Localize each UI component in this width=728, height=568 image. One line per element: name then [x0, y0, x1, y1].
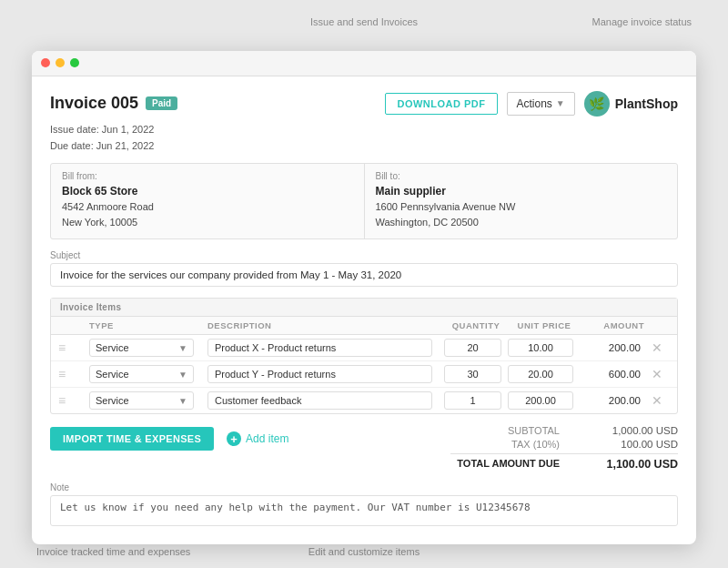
table-row: ≡ Service ▼ 200.00 ✕ [51, 388, 677, 413]
subtotal-value: 1,000.00 USD [596, 425, 678, 436]
type-select-3[interactable]: Service ▼ [89, 391, 194, 410]
invoice-number: Invoice 005 [50, 94, 138, 113]
qty-input-3[interactable] [444, 391, 501, 410]
table-row: ≡ Service ▼ 200.00 ✕ [51, 335, 677, 361]
remove-item-2[interactable]: ✕ [644, 367, 670, 381]
logo-icon: 🌿 [584, 91, 610, 117]
tax-label: TAX (10%) [450, 439, 560, 450]
chevron-down-icon: ▼ [178, 396, 187, 406]
qty-input-1[interactable] [444, 339, 501, 357]
items-section-label: Invoice Items [51, 299, 677, 317]
annotation-top-right: Manage invoice status [592, 16, 692, 27]
bill-from-address: 4542 Anmoore Road [62, 199, 353, 215]
col-qty: QUANTITY [444, 320, 508, 330]
qty-input-2[interactable] [444, 365, 501, 383]
invoice-items-section: Invoice Items TYPE DESCRIPTION QUANTITY … [50, 298, 678, 414]
remove-item-1[interactable]: ✕ [644, 340, 670, 355]
titlebar [32, 51, 696, 76]
main-content: Invoice 005 Paid DOWNLOAD PDF Actions ▼ … [32, 76, 696, 544]
subtotal-row: SUBTOTAL 1,000.00 USD [450, 425, 678, 436]
traffic-lights [41, 58, 79, 67]
total-value: 1,100.00 USD [596, 458, 678, 471]
chevron-down-icon: ▼ [178, 343, 187, 353]
maximize-button[interactable] [70, 58, 79, 67]
bill-to-name: Main supplier [376, 185, 667, 198]
bill-section: Bill from: Block 65 Store 4542 Anmoore R… [50, 163, 678, 239]
annotation-bottom-right: Edit and customize items [308, 546, 420, 557]
amount-3: 200.00 [581, 395, 644, 406]
note-label: Note [50, 482, 678, 492]
type-select-1[interactable]: Service ▼ [89, 339, 194, 357]
company-logo: 🌿 PlantShop [584, 91, 678, 117]
desc-input-1[interactable] [207, 339, 432, 357]
bill-to-city: Washington, DC 20500 [376, 215, 667, 230]
price-input-2[interactable] [508, 365, 573, 383]
add-item-icon: + [227, 431, 241, 446]
subject-label: Subject [50, 250, 678, 260]
minimize-button[interactable] [56, 58, 65, 67]
bill-from: Bill from: Block 65 Store 4542 Anmoore R… [51, 164, 365, 238]
drag-handle-icon[interactable]: ≡ [58, 367, 89, 381]
type-value-1: Service [96, 342, 129, 353]
bill-to-address: 1600 Pennsylvania Avenue NW [376, 199, 667, 215]
note-section: Note [50, 482, 678, 530]
note-input[interactable] [50, 495, 678, 526]
subtotal-label: SUBTOTAL [450, 425, 560, 436]
header-actions: DOWNLOAD PDF Actions ▼ 🌿 PlantShop [385, 91, 678, 117]
bottom-row: IMPORT TIME & EXPENSES + Add item SUBTOT… [50, 425, 678, 473]
total-label: TOTAL AMOUNT DUE [450, 458, 560, 471]
col-amount: AMOUNT [581, 320, 644, 330]
bill-from-city: New York, 10005 [62, 215, 353, 230]
tax-row: TAX (10%) 100.00 USD [450, 439, 678, 450]
add-item-button[interactable]: + Add item [219, 425, 296, 452]
annotation-top-center: Issue and send Invoices [310, 16, 418, 27]
drag-handle-icon[interactable]: ≡ [58, 393, 89, 408]
col-remove [644, 320, 670, 330]
table-row: ≡ Service ▼ 600.00 ✕ [51, 361, 677, 388]
bill-to-label: Bill to: [376, 171, 667, 181]
bill-from-label: Bill from: [62, 171, 353, 181]
drag-handle-icon[interactable]: ≡ [58, 340, 89, 355]
invoice-title-group: Invoice 005 Paid [50, 94, 177, 113]
price-input-3[interactable] [508, 391, 573, 410]
subject-input[interactable] [50, 263, 678, 287]
totals-section: SUBTOTAL 1,000.00 USD TAX (10%) 100.00 U… [450, 425, 678, 473]
type-select-2[interactable]: Service ▼ [89, 365, 194, 383]
status-badge: Paid [146, 96, 177, 110]
col-drag [58, 320, 89, 330]
type-value-3: Service [96, 395, 129, 406]
chevron-down-icon: ▼ [178, 370, 187, 380]
desc-input-2[interactable] [207, 365, 432, 383]
bill-from-name: Block 65 Store [62, 185, 353, 198]
col-desc: DESCRIPTION [207, 320, 444, 330]
desc-input-3[interactable] [207, 391, 432, 410]
close-button[interactable] [41, 58, 50, 67]
annotation-bottom-left: Invoice tracked time and expenses [36, 546, 190, 557]
remove-item-3[interactable]: ✕ [644, 393, 670, 408]
amount-1: 200.00 [581, 342, 644, 353]
total-due-row: TOTAL AMOUNT DUE 1,100.00 USD [450, 453, 678, 471]
bottom-left-actions: IMPORT TIME & EXPENSES + Add item [50, 425, 296, 452]
header-row: Invoice 005 Paid DOWNLOAD PDF Actions ▼ … [50, 91, 678, 117]
bill-to: Bill to: Main supplier 1600 Pennsylvania… [365, 164, 678, 238]
import-time-expenses-button[interactable]: IMPORT TIME & EXPENSES [50, 427, 214, 451]
items-col-headers: TYPE DESCRIPTION QUANTITY UNIT PRICE AMO… [51, 317, 677, 335]
add-item-label: Add item [246, 432, 288, 445]
download-pdf-button[interactable]: DOWNLOAD PDF [385, 93, 497, 115]
due-date: Due date: Jun 21, 2022 [50, 138, 678, 155]
company-name: PlantShop [615, 96, 678, 111]
issue-date: Issue date: Jun 1, 2022 [50, 122, 678, 138]
col-type: TYPE [89, 320, 207, 330]
amount-2: 600.00 [581, 369, 644, 380]
col-price: UNIT PRICE [508, 320, 581, 330]
invoice-window: Invoice 005 Paid DOWNLOAD PDF Actions ▼ … [32, 51, 696, 544]
dates-section: Issue date: Jun 1, 2022 Due date: Jun 21… [50, 122, 678, 154]
price-input-1[interactable] [508, 339, 573, 357]
actions-button[interactable]: Actions ▼ [507, 92, 575, 116]
subject-section: Subject [50, 250, 678, 287]
chevron-down-icon: ▼ [556, 98, 565, 108]
type-value-2: Service [96, 369, 129, 380]
tax-value: 100.00 USD [596, 439, 678, 450]
actions-label: Actions [517, 97, 552, 110]
